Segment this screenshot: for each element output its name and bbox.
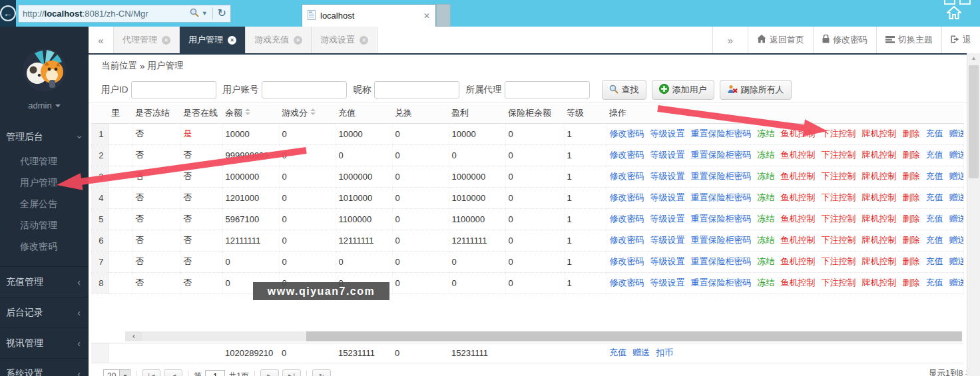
user-id-input[interactable]	[131, 81, 216, 98]
action-link[interactable]: 重置保险柜密码	[691, 192, 752, 202]
action-link[interactable]: 鱼机控制	[781, 171, 816, 181]
action-link[interactable]: 下注控制	[822, 192, 856, 202]
tab[interactable]: 代理管理✕	[114, 27, 180, 53]
kick-all-button[interactable]: 踢除所有人	[720, 80, 792, 100]
scroll-up-icon[interactable]: ▲	[967, 53, 980, 64]
nav-item[interactable]: 返回首页	[748, 27, 813, 53]
action-link[interactable]: 下注控制	[822, 278, 856, 287]
action-link[interactable]: 等级设置	[650, 278, 685, 287]
user-menu[interactable]: admin	[0, 100, 89, 110]
action-link[interactable]: 等级设置	[650, 256, 685, 266]
horizontal-scrollbar[interactable]: ‹	[125, 331, 962, 341]
window-button[interactable]	[944, 0, 955, 5]
action-link[interactable]: 删除	[903, 214, 920, 224]
tab[interactable]: 游戏设置✕	[312, 27, 377, 53]
action-link[interactable]: 牌机控制	[862, 171, 897, 181]
action-link[interactable]: 下注控制	[822, 171, 856, 181]
action-link[interactable]: 重置保险柜密码	[691, 214, 752, 224]
window-button[interactable]	[959, 0, 971, 5]
next-page-button[interactable]: ▶	[260, 369, 279, 376]
action-link[interactable]: 删除	[903, 171, 920, 181]
action-link[interactable]: 赠送	[949, 171, 964, 181]
column-header[interactable]: 余额	[222, 103, 279, 123]
action-link[interactable]: 充值	[926, 214, 943, 224]
sidebar-item[interactable]: 活动管理	[0, 214, 89, 236]
action-link[interactable]: 鱼机控制	[781, 278, 816, 287]
close-icon[interactable]: ✕	[360, 36, 368, 45]
totals-action-link[interactable]: 赠送	[632, 347, 650, 357]
action-link[interactable]: 修改密码	[610, 235, 644, 245]
action-link[interactable]: 牌机控制	[862, 214, 897, 224]
action-link[interactable]: 赠送	[949, 214, 964, 224]
sidebar-group-3[interactable]: 视讯管理‹	[0, 327, 89, 358]
action-link[interactable]: 重置保险柜密码	[691, 150, 752, 160]
sidebar-item[interactable]: 代理管理	[0, 150, 89, 172]
browser-tab[interactable]: localhost ✕	[302, 4, 436, 27]
close-icon[interactable]: ✕	[228, 36, 236, 45]
action-link[interactable]: 牌机控制	[862, 235, 897, 245]
action-link[interactable]: 鱼机控制	[781, 256, 816, 266]
action-link[interactable]: 下注控制	[822, 235, 856, 245]
action-link[interactable]: 等级设置	[650, 235, 685, 245]
scrollbar-thumb[interactable]	[306, 331, 962, 341]
search-button[interactable]: 查找	[602, 80, 646, 100]
action-link[interactable]: 下注控制	[822, 256, 856, 266]
action-link[interactable]: 鱼机控制	[781, 214, 816, 224]
action-link[interactable]: 冻结	[758, 150, 775, 160]
tab-overflow-button[interactable]: »	[712, 27, 748, 53]
action-link[interactable]: 充值	[926, 256, 943, 266]
refresh-icon[interactable]: ↻	[218, 8, 226, 19]
sidebar-group-2[interactable]: 后台记录‹	[0, 297, 89, 327]
nav-item[interactable]: 退	[941, 27, 980, 53]
action-link[interactable]: 修改密码	[610, 171, 644, 181]
action-link[interactable]: 牌机控制	[862, 256, 897, 266]
action-link[interactable]: 重置保险柜密码	[691, 171, 752, 181]
scroll-left-icon[interactable]: ‹	[125, 331, 142, 341]
action-link[interactable]: 冻结	[758, 171, 775, 181]
action-link[interactable]: 赠送	[949, 150, 964, 160]
action-link[interactable]: 重置保险柜密码	[691, 278, 752, 287]
action-link[interactable]: 冻结	[758, 256, 775, 266]
action-link[interactable]: 修改密码	[610, 214, 644, 224]
close-icon[interactable]: ✕	[294, 36, 302, 45]
tab[interactable]: 游戏充值✕	[246, 27, 312, 53]
action-link[interactable]: 重置保险柜密码	[691, 235, 752, 245]
nickname-input[interactable]	[374, 81, 459, 98]
action-link[interactable]: 赠送	[949, 128, 964, 138]
action-link[interactable]: 修改密码	[610, 278, 644, 287]
action-link[interactable]: 充值	[926, 192, 943, 202]
window-controls[interactable]	[944, 0, 971, 5]
action-link[interactable]: 冻结	[758, 235, 775, 245]
action-link[interactable]: 下注控制	[822, 150, 856, 160]
action-link[interactable]: 修改密码	[610, 150, 644, 160]
action-link[interactable]: 充值	[926, 150, 943, 160]
totals-action-link[interactable]: 扣币	[656, 347, 673, 357]
user-account-input[interactable]	[262, 81, 347, 98]
action-link[interactable]: 等级设置	[650, 128, 685, 138]
page-input[interactable]	[205, 370, 225, 376]
scrollbar-track[interactable]	[142, 331, 962, 341]
action-link[interactable]: 鱼机控制	[781, 192, 816, 202]
action-link[interactable]: 删除	[903, 150, 920, 160]
sidebar-group-0[interactable]: 管理后台‹	[0, 124, 89, 150]
sidebar-group-4[interactable]: 系统设置‹	[0, 358, 89, 376]
add-user-button[interactable]: 添加用户	[652, 80, 714, 100]
sort-icon[interactable]	[310, 108, 316, 115]
vertical-scrollbar[interactable]: ▲ ▼	[967, 53, 980, 376]
action-link[interactable]: 修改密码	[610, 256, 644, 266]
action-link[interactable]: 等级设置	[650, 214, 685, 224]
action-link[interactable]: 等级设置	[650, 192, 685, 202]
action-link[interactable]: 删除	[903, 256, 920, 266]
action-link[interactable]: 牌机控制	[862, 150, 897, 160]
action-link[interactable]: 冻结	[758, 278, 775, 287]
chevron-down-icon[interactable]: ▼	[202, 10, 208, 17]
action-link[interactable]: 充值	[926, 171, 943, 181]
tab[interactable]: 用户管理✕	[180, 27, 246, 53]
sidebar-group-1[interactable]: 充值管理‹	[0, 266, 89, 297]
sort-icon[interactable]	[245, 108, 250, 115]
close-icon[interactable]: ✕	[423, 11, 430, 21]
browser-back-button[interactable]: ←	[0, 0, 16, 27]
action-link[interactable]: 删除	[903, 235, 920, 245]
action-link[interactable]: 下注控制	[822, 214, 856, 224]
action-link[interactable]: 等级设置	[650, 171, 685, 181]
